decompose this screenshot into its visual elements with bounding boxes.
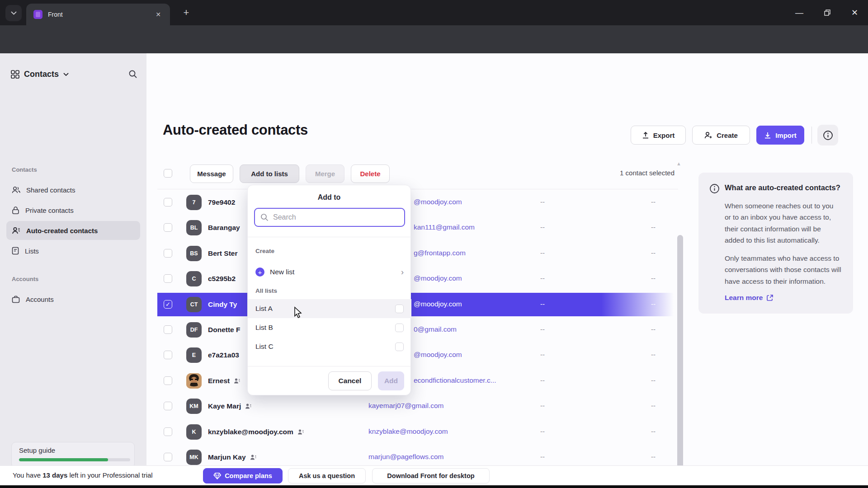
popup-search-input[interactable]	[273, 213, 391, 221]
new-list-label: New list	[270, 268, 396, 276]
person-badge-icon	[250, 454, 256, 460]
download-desktop-button[interactable]: Download Front for desktop	[372, 468, 490, 483]
selected-count: 1 contact selected	[620, 169, 675, 177]
learn-more-link[interactable]: Learn more	[725, 294, 841, 302]
row-checkbox[interactable]: ✓	[164, 249, 172, 258]
list-option[interactable]: List C	[248, 337, 411, 356]
avatar-initials: CT	[190, 301, 198, 308]
row-checkbox[interactable]: ✓	[164, 300, 172, 309]
list-option[interactable]: List B	[248, 318, 411, 337]
table-row[interactable]: ✓ E e7a21a03 @moodjoy.com -- --	[157, 343, 677, 368]
workspace-switcher[interactable]: Contacts	[11, 70, 69, 79]
person-badge-icon	[297, 429, 304, 435]
info-icon	[823, 130, 833, 141]
name-cell: Donette F	[208, 317, 240, 343]
add-button[interactable]: Add	[378, 371, 404, 390]
table-row[interactable]: ✓ Ernest econdfictionalcustomer.c... -- …	[157, 368, 677, 394]
minimize-button[interactable]: —	[795, 8, 803, 18]
header-divider	[811, 127, 812, 144]
contact-name: knzyblake@moodjoy.com	[208, 428, 293, 436]
table-row[interactable]: ✓ CT Cindy Ty @moodjoy.com -- --	[157, 292, 677, 317]
table-row[interactable]: ✓ 7 79e9402 @moodjoy.com -- --	[157, 190, 677, 215]
contact-email[interactable]: marjun@pageflows.com	[368, 453, 444, 461]
popup-search[interactable]	[254, 208, 405, 227]
browser-tab-front[interactable]: Front ✕	[26, 4, 170, 25]
sidebar-search-button[interactable]	[128, 70, 137, 79]
export-button[interactable]: Export	[631, 126, 686, 145]
table-row[interactable]: ✓ K knzyblake@moodjoy.com knzyblake@mood…	[157, 419, 677, 445]
contact-email[interactable]: @moodjoy.com	[414, 198, 462, 206]
avatar-initials: DF	[190, 327, 198, 333]
add-to-lists-button[interactable]: Add to lists	[240, 164, 299, 183]
merge-button[interactable]: Merge	[306, 164, 344, 183]
contact-phone: --	[651, 300, 656, 308]
contact-email[interactable]: kayemarj07@gmail.com	[368, 402, 443, 410]
setup-guide-card[interactable]: Setup guide	[11, 442, 135, 468]
list-option[interactable]: List A	[248, 299, 411, 318]
contact-email[interactable]: 0@gmail.com	[414, 325, 457, 333]
close-window-button[interactable]: ✕	[851, 8, 858, 18]
message-button[interactable]: Message	[190, 164, 233, 183]
compare-plans-button[interactable]: Compare plans	[203, 468, 283, 483]
person-badge-icon	[234, 378, 240, 384]
avatar: KM	[186, 399, 202, 414]
row-checkbox[interactable]: ✓	[164, 402, 172, 410]
tab-search-button[interactable]	[5, 5, 22, 21]
sidebar-item-shared-contacts[interactable]: Shared contacts	[6, 180, 140, 199]
import-button[interactable]: Import	[756, 126, 804, 145]
create-button[interactable]: Create	[692, 126, 750, 145]
delete-button[interactable]: Delete	[351, 164, 390, 183]
table-row[interactable]: ✓ C c5295b2 @moodjoy.com -- --	[157, 266, 677, 291]
contact-email[interactable]: @moodjoy.com	[414, 274, 462, 282]
contact-email[interactable]: knzyblake@moodjoy.com	[368, 427, 448, 436]
contact-email[interactable]: @moodjoy.com	[414, 300, 462, 308]
select-all-checkbox[interactable]	[164, 169, 172, 178]
restore-button[interactable]	[824, 9, 830, 16]
avatar: DF	[186, 322, 202, 338]
row-checkbox[interactable]: ✓	[164, 427, 172, 436]
trial-text-prefix: You have	[13, 471, 42, 479]
cancel-button[interactable]: Cancel	[328, 371, 372, 390]
new-tab-button[interactable]: +	[180, 6, 193, 19]
contact-email[interactable]: @moodjoy.com	[414, 351, 462, 359]
contact-handle: --	[540, 300, 545, 308]
info-panel-toggle-button[interactable]	[817, 125, 838, 145]
table-row[interactable]: ✓ BL Barangay kan111@gmail.com -- --	[157, 215, 677, 240]
contact-email[interactable]: kan111@gmail.com	[414, 223, 475, 231]
contact-name: e7a21a03	[208, 351, 239, 359]
lock-icon	[12, 206, 19, 214]
contact-handle: --	[540, 249, 545, 257]
table-row[interactable]: ✓ KM Kaye Marj kayemarj07@gmail.com -- -…	[157, 394, 677, 419]
row-checkbox[interactable]: ✓	[164, 223, 172, 232]
sidebar-item-accounts[interactable]: Accounts	[6, 290, 140, 309]
contact-name: Marjun Kay	[208, 453, 246, 461]
row-checkbox[interactable]: ✓	[164, 453, 172, 461]
person-add-icon	[704, 131, 712, 139]
sidebar-item-label: Lists	[25, 247, 39, 255]
people-icon	[12, 186, 20, 194]
list-option-checkbox[interactable]	[395, 305, 404, 313]
sidebar-item-lists[interactable]: Lists	[6, 241, 140, 260]
tab-close-icon[interactable]: ✕	[154, 10, 163, 19]
list-option-checkbox[interactable]	[395, 343, 404, 351]
list-option-checkbox[interactable]	[395, 324, 404, 332]
row-checkbox[interactable]: ✓	[164, 274, 172, 283]
vertical-scrollbar[interactable]	[677, 235, 683, 488]
sidebar-item-auto-created-contacts[interactable]: Auto-created contacts	[6, 221, 140, 240]
contact-email[interactable]: g@frontapp.com	[414, 249, 466, 257]
search-icon	[260, 213, 269, 221]
table-row[interactable]: ✓ DF Donette F 0@gmail.com -- --	[157, 317, 677, 343]
browser-toolbar: ← → app.frontapp.com/contacts-manager/co…	[0, 25, 868, 53]
ask-question-button[interactable]: Ask us a question	[288, 468, 366, 483]
contact-phone: --	[651, 427, 656, 435]
scroll-up-arrow[interactable]: ▲	[676, 161, 681, 166]
sidebar-item-private-contacts[interactable]: Private contacts	[6, 201, 140, 220]
setup-progress-fill	[19, 458, 108, 461]
row-checkbox[interactable]: ✓	[164, 325, 172, 334]
contact-email[interactable]: econdfictionalcustomer.c...	[414, 376, 496, 385]
row-checkbox[interactable]: ✓	[164, 376, 172, 385]
row-checkbox[interactable]: ✓	[164, 198, 172, 206]
table-row[interactable]: ✓ BS Bert Ster g@frontapp.com -- --	[157, 241, 677, 266]
new-list-button[interactable]: + New list ›	[248, 262, 411, 282]
row-checkbox[interactable]: ✓	[164, 351, 172, 359]
